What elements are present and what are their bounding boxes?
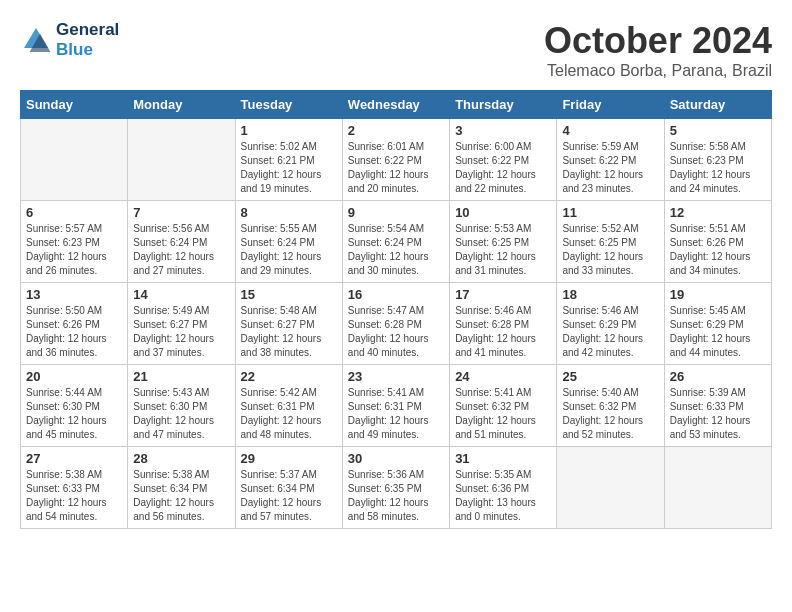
day-cell: 4Sunrise: 5:59 AMSunset: 6:22 PMDaylight…: [557, 119, 664, 201]
day-number: 4: [562, 123, 658, 138]
day-number: 26: [670, 369, 766, 384]
day-cell: 7Sunrise: 5:56 AMSunset: 6:24 PMDaylight…: [128, 201, 235, 283]
day-cell: [21, 119, 128, 201]
day-info: Sunrise: 5:51 AMSunset: 6:26 PMDaylight:…: [670, 222, 766, 278]
day-number: 11: [562, 205, 658, 220]
col-header-thursday: Thursday: [450, 91, 557, 119]
day-info: Sunrise: 5:56 AMSunset: 6:24 PMDaylight:…: [133, 222, 229, 278]
logo-icon: [20, 24, 52, 56]
day-info: Sunrise: 5:52 AMSunset: 6:25 PMDaylight:…: [562, 222, 658, 278]
day-number: 27: [26, 451, 122, 466]
day-info: Sunrise: 5:42 AMSunset: 6:31 PMDaylight:…: [241, 386, 337, 442]
day-number: 19: [670, 287, 766, 302]
day-info: Sunrise: 5:46 AMSunset: 6:29 PMDaylight:…: [562, 304, 658, 360]
day-cell: 30Sunrise: 5:36 AMSunset: 6:35 PMDayligh…: [342, 447, 449, 529]
day-number: 23: [348, 369, 444, 384]
month-title: October 2024: [544, 20, 772, 62]
day-info: Sunrise: 5:02 AMSunset: 6:21 PMDaylight:…: [241, 140, 337, 196]
col-header-saturday: Saturday: [664, 91, 771, 119]
day-cell: 11Sunrise: 5:52 AMSunset: 6:25 PMDayligh…: [557, 201, 664, 283]
day-info: Sunrise: 5:54 AMSunset: 6:24 PMDaylight:…: [348, 222, 444, 278]
week-row-4: 20Sunrise: 5:44 AMSunset: 6:30 PMDayligh…: [21, 365, 772, 447]
day-number: 2: [348, 123, 444, 138]
day-number: 13: [26, 287, 122, 302]
day-cell: 12Sunrise: 5:51 AMSunset: 6:26 PMDayligh…: [664, 201, 771, 283]
day-number: 6: [26, 205, 122, 220]
day-info: Sunrise: 5:55 AMSunset: 6:24 PMDaylight:…: [241, 222, 337, 278]
day-cell: 13Sunrise: 5:50 AMSunset: 6:26 PMDayligh…: [21, 283, 128, 365]
week-row-1: 1Sunrise: 5:02 AMSunset: 6:21 PMDaylight…: [21, 119, 772, 201]
day-cell: [128, 119, 235, 201]
day-info: Sunrise: 5:41 AMSunset: 6:32 PMDaylight:…: [455, 386, 551, 442]
day-cell: 9Sunrise: 5:54 AMSunset: 6:24 PMDaylight…: [342, 201, 449, 283]
day-number: 9: [348, 205, 444, 220]
day-cell: 8Sunrise: 5:55 AMSunset: 6:24 PMDaylight…: [235, 201, 342, 283]
day-cell: 16Sunrise: 5:47 AMSunset: 6:28 PMDayligh…: [342, 283, 449, 365]
day-info: Sunrise: 5:43 AMSunset: 6:30 PMDaylight:…: [133, 386, 229, 442]
day-cell: 31Sunrise: 5:35 AMSunset: 6:36 PMDayligh…: [450, 447, 557, 529]
day-number: 18: [562, 287, 658, 302]
col-header-wednesday: Wednesday: [342, 91, 449, 119]
day-cell: 20Sunrise: 5:44 AMSunset: 6:30 PMDayligh…: [21, 365, 128, 447]
day-info: Sunrise: 5:44 AMSunset: 6:30 PMDaylight:…: [26, 386, 122, 442]
day-info: Sunrise: 5:48 AMSunset: 6:27 PMDaylight:…: [241, 304, 337, 360]
week-row-3: 13Sunrise: 5:50 AMSunset: 6:26 PMDayligh…: [21, 283, 772, 365]
day-cell: 22Sunrise: 5:42 AMSunset: 6:31 PMDayligh…: [235, 365, 342, 447]
day-number: 17: [455, 287, 551, 302]
day-cell: 27Sunrise: 5:38 AMSunset: 6:33 PMDayligh…: [21, 447, 128, 529]
day-cell: 3Sunrise: 6:00 AMSunset: 6:22 PMDaylight…: [450, 119, 557, 201]
day-cell: 5Sunrise: 5:58 AMSunset: 6:23 PMDaylight…: [664, 119, 771, 201]
day-cell: 25Sunrise: 5:40 AMSunset: 6:32 PMDayligh…: [557, 365, 664, 447]
col-header-sunday: Sunday: [21, 91, 128, 119]
day-info: Sunrise: 5:37 AMSunset: 6:34 PMDaylight:…: [241, 468, 337, 524]
day-cell: 10Sunrise: 5:53 AMSunset: 6:25 PMDayligh…: [450, 201, 557, 283]
day-number: 16: [348, 287, 444, 302]
day-number: 25: [562, 369, 658, 384]
week-row-2: 6Sunrise: 5:57 AMSunset: 6:23 PMDaylight…: [21, 201, 772, 283]
day-cell: [557, 447, 664, 529]
col-header-monday: Monday: [128, 91, 235, 119]
header-row: SundayMondayTuesdayWednesdayThursdayFrid…: [21, 91, 772, 119]
day-number: 28: [133, 451, 229, 466]
day-number: 14: [133, 287, 229, 302]
day-number: 15: [241, 287, 337, 302]
logo: General Blue: [20, 20, 119, 59]
day-number: 1: [241, 123, 337, 138]
day-number: 10: [455, 205, 551, 220]
day-cell: [664, 447, 771, 529]
day-info: Sunrise: 5:58 AMSunset: 6:23 PMDaylight:…: [670, 140, 766, 196]
day-cell: 17Sunrise: 5:46 AMSunset: 6:28 PMDayligh…: [450, 283, 557, 365]
day-info: Sunrise: 5:50 AMSunset: 6:26 PMDaylight:…: [26, 304, 122, 360]
day-cell: 15Sunrise: 5:48 AMSunset: 6:27 PMDayligh…: [235, 283, 342, 365]
day-number: 24: [455, 369, 551, 384]
day-info: Sunrise: 5:38 AMSunset: 6:33 PMDaylight:…: [26, 468, 122, 524]
day-number: 29: [241, 451, 337, 466]
logo-text-blue: Blue: [56, 40, 119, 60]
day-info: Sunrise: 5:49 AMSunset: 6:27 PMDaylight:…: [133, 304, 229, 360]
week-row-5: 27Sunrise: 5:38 AMSunset: 6:33 PMDayligh…: [21, 447, 772, 529]
day-cell: 19Sunrise: 5:45 AMSunset: 6:29 PMDayligh…: [664, 283, 771, 365]
day-number: 8: [241, 205, 337, 220]
day-info: Sunrise: 5:45 AMSunset: 6:29 PMDaylight:…: [670, 304, 766, 360]
col-header-tuesday: Tuesday: [235, 91, 342, 119]
day-info: Sunrise: 5:41 AMSunset: 6:31 PMDaylight:…: [348, 386, 444, 442]
day-cell: 1Sunrise: 5:02 AMSunset: 6:21 PMDaylight…: [235, 119, 342, 201]
day-number: 31: [455, 451, 551, 466]
day-number: 5: [670, 123, 766, 138]
day-cell: 18Sunrise: 5:46 AMSunset: 6:29 PMDayligh…: [557, 283, 664, 365]
col-header-friday: Friday: [557, 91, 664, 119]
day-info: Sunrise: 5:35 AMSunset: 6:36 PMDaylight:…: [455, 468, 551, 524]
day-info: Sunrise: 5:59 AMSunset: 6:22 PMDaylight:…: [562, 140, 658, 196]
day-info: Sunrise: 5:53 AMSunset: 6:25 PMDaylight:…: [455, 222, 551, 278]
day-cell: 24Sunrise: 5:41 AMSunset: 6:32 PMDayligh…: [450, 365, 557, 447]
logo-text-general: General: [56, 20, 119, 40]
day-info: Sunrise: 6:00 AMSunset: 6:22 PMDaylight:…: [455, 140, 551, 196]
day-cell: 26Sunrise: 5:39 AMSunset: 6:33 PMDayligh…: [664, 365, 771, 447]
day-info: Sunrise: 6:01 AMSunset: 6:22 PMDaylight:…: [348, 140, 444, 196]
day-number: 12: [670, 205, 766, 220]
day-number: 20: [26, 369, 122, 384]
day-number: 21: [133, 369, 229, 384]
day-number: 30: [348, 451, 444, 466]
day-info: Sunrise: 5:38 AMSunset: 6:34 PMDaylight:…: [133, 468, 229, 524]
day-info: Sunrise: 5:47 AMSunset: 6:28 PMDaylight:…: [348, 304, 444, 360]
